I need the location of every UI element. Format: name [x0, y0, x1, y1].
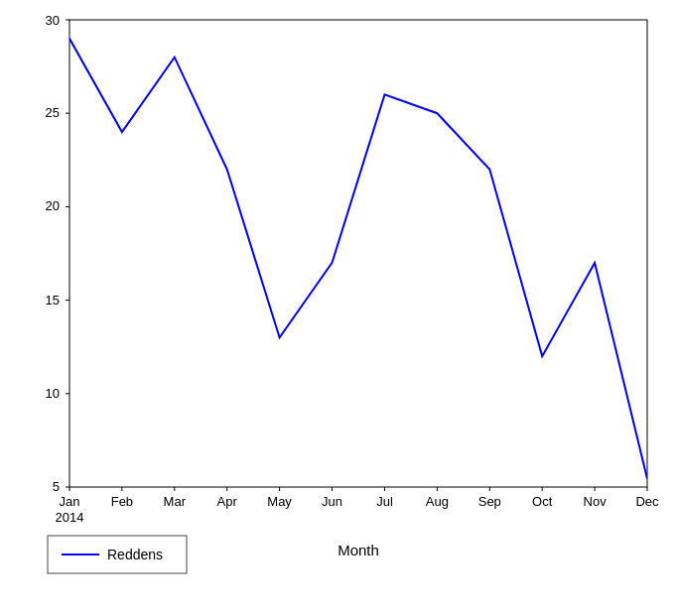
chart-container: 30 25 20 15 10 5 Jan 2014 Feb Mar Apr Ma…	[0, 0, 677, 616]
legend-label: Reddens	[107, 547, 163, 562]
x-label-oct: Oct	[532, 494, 553, 509]
line-chart: 30 25 20 15 10 5 Jan 2014 Feb Mar Apr Ma…	[0, 0, 677, 616]
x-label-feb: Feb	[111, 494, 133, 509]
y-tick-15: 15	[46, 293, 60, 308]
x-label-aug: Aug	[426, 494, 449, 509]
x-label-apr: Apr	[217, 494, 238, 509]
y-tick-25: 25	[46, 105, 60, 120]
x-label-sep: Sep	[478, 494, 501, 509]
y-tick-20: 20	[46, 198, 60, 213]
x-label-dec: Dec	[635, 494, 659, 509]
y-tick-10: 10	[46, 386, 60, 401]
x-label-jul: Jul	[376, 494, 393, 509]
x-label-mar: Mar	[164, 494, 187, 509]
y-tick-30: 30	[46, 13, 60, 28]
x-axis-title: Month	[338, 542, 379, 558]
svg-rect-1	[69, 20, 647, 487]
x-label-may: May	[267, 494, 292, 509]
x-label-nov: Nov	[584, 494, 608, 509]
x-label-jan: Jan	[60, 494, 80, 509]
y-tick-5: 5	[53, 479, 60, 494]
x-label-jun: Jun	[322, 494, 342, 509]
x-sublabel-2014: 2014	[56, 510, 84, 525]
